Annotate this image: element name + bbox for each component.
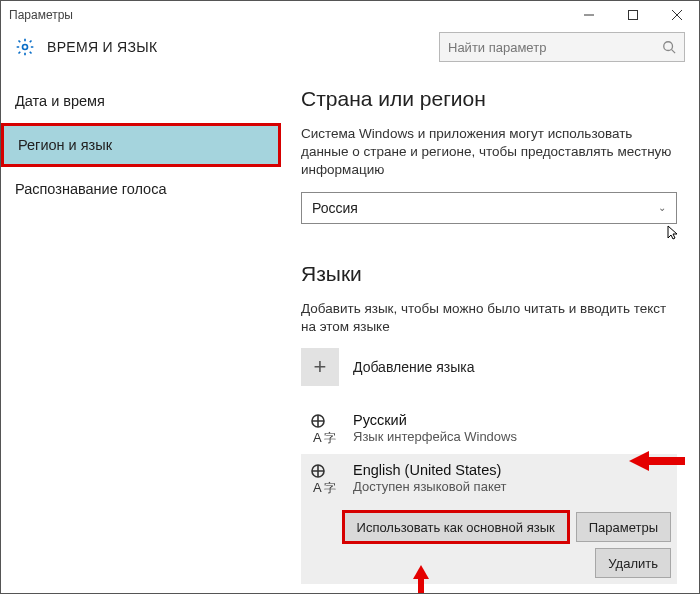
body: Дата и время Регион и язык Распознавание… — [1, 69, 699, 593]
language-item-russian[interactable]: A 字 Русский Язык интерфейса Windows — [301, 404, 677, 454]
search-placeholder: Найти параметр — [448, 40, 662, 55]
search-input[interactable]: Найти параметр — [439, 32, 685, 62]
svg-text:字: 字 — [324, 481, 336, 495]
maximize-button[interactable] — [611, 1, 655, 29]
svg-marker-14 — [629, 451, 649, 471]
svg-point-5 — [664, 42, 673, 51]
sidebar-item-speech[interactable]: Распознавание голоса — [1, 167, 281, 211]
options-button[interactable]: Параметры — [576, 512, 671, 542]
svg-rect-1 — [629, 11, 638, 20]
chevron-down-icon: ⌄ — [658, 202, 666, 213]
set-default-button[interactable]: Использовать как основной язык — [344, 512, 568, 542]
cursor-icon — [666, 225, 682, 241]
add-language-button[interactable]: + Добавление языка — [301, 348, 677, 386]
language-status: Доступен языковой пакет — [353, 479, 506, 494]
language-item-english[interactable]: A 字 English (United States) Доступен язы… — [301, 454, 677, 504]
region-selected-value: Россия — [312, 200, 358, 216]
language-status: Язык интерфейса Windows — [353, 429, 517, 444]
annotation-arrow-up — [411, 565, 431, 593]
sidebar-item-label: Дата и время — [15, 93, 105, 109]
svg-text:A: A — [313, 430, 322, 445]
minimize-button[interactable] — [567, 1, 611, 29]
button-label: Удалить — [608, 556, 658, 571]
button-label: Параметры — [589, 520, 658, 535]
language-actions: Использовать как основной язык Параметры — [301, 504, 677, 548]
close-button[interactable] — [655, 1, 699, 29]
add-language-label: Добавление языка — [353, 359, 475, 375]
sidebar-item-label: Распознавание голоса — [15, 181, 167, 197]
annotation-arrow-right — [629, 449, 685, 473]
sidebar: Дата и время Регион и язык Распознавание… — [1, 69, 281, 593]
region-heading: Страна или регион — [301, 87, 677, 111]
region-description: Система Windows и приложения могут испол… — [301, 125, 677, 180]
window-title: Параметры — [9, 8, 73, 22]
language-name: English (United States) — [353, 462, 506, 478]
sidebar-item-date-time[interactable]: Дата и время — [1, 79, 281, 123]
sidebar-item-region-language[interactable]: Регион и язык — [1, 123, 281, 167]
search-icon — [662, 40, 676, 54]
button-label: Использовать как основной язык — [357, 520, 555, 535]
plus-icon: + — [301, 348, 339, 386]
settings-window: Параметры ВРЕМЯ И ЯЗЫК Найти параметр — [0, 0, 700, 594]
svg-point-4 — [23, 45, 28, 50]
titlebar: Параметры — [1, 1, 699, 29]
region-dropdown[interactable]: Россия ⌄ — [301, 192, 677, 224]
svg-marker-16 — [413, 565, 429, 579]
svg-text:字: 字 — [324, 431, 336, 445]
languages-description: Добавить язык, чтобы можно было читать и… — [301, 300, 677, 336]
page-title: ВРЕМЯ И ЯЗЫК — [47, 39, 157, 55]
remove-button[interactable]: Удалить — [595, 548, 671, 578]
svg-line-6 — [672, 50, 676, 54]
language-icon: A 字 — [307, 462, 341, 496]
language-actions-row2: Удалить — [301, 548, 677, 584]
sidebar-item-label: Регион и язык — [18, 137, 112, 153]
gear-icon — [15, 37, 35, 57]
language-icon: A 字 — [307, 412, 341, 446]
language-name: Русский — [353, 412, 517, 428]
content: Страна или регион Система Windows и прил… — [281, 69, 699, 593]
languages-heading: Языки — [301, 262, 677, 286]
svg-text:A: A — [313, 480, 322, 495]
header: ВРЕМЯ И ЯЗЫК Найти параметр — [1, 29, 699, 69]
